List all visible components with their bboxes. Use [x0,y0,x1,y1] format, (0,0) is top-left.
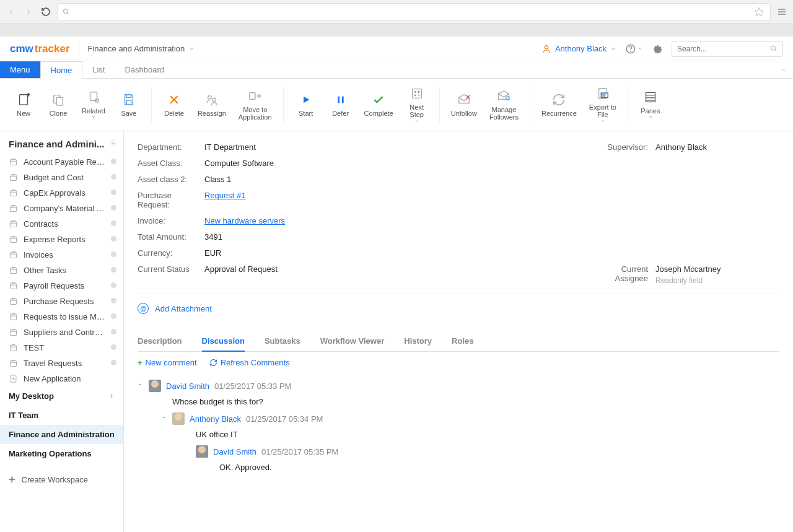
sidebar-item[interactable]: Account Payable Requ... [0,154,123,170]
browser-menu-button[interactable] [776,6,788,18]
sidebar-item[interactable]: TEST [0,340,123,355]
item-settings-button[interactable] [110,328,117,337]
ribbon-manage-followers[interactable]: Manage Followers [484,86,524,123]
tab-description[interactable]: Description [138,331,182,351]
refresh-comments-button[interactable]: Refresh Comments [209,358,290,367]
comment-author-link[interactable]: Anthony Black [190,414,241,424]
sidebar-item-label: Account Payable Requ... [24,157,105,167]
comment-author-link[interactable]: David Smith [213,447,256,456]
address-bar[interactable] [57,3,771,20]
ribbon-panes[interactable]: Panes [634,87,667,122]
forward-button[interactable] [22,6,35,18]
menu-tab[interactable]: Menu [0,61,40,78]
arrow-right-icon [24,7,33,16]
reload-button[interactable] [40,6,52,18]
arrow-left-icon [7,7,15,16]
sidebar: Finance and Admini... Account Payable Re… [0,131,124,532]
sidebar-item-label: Requests to issue Mat... [24,312,105,321]
sidebar-section-finance[interactable]: Finance and Administration [0,425,123,444]
ribbon-clone[interactable]: Clone [42,90,74,120]
item-settings-button[interactable] [110,297,117,306]
collapse-ribbon-button[interactable] [774,61,793,78]
sidebar-item[interactable]: Expense Reports [0,232,123,247]
sidebar-item[interactable]: Purchase Requests [0,294,123,309]
svg-rect-26 [342,97,344,103]
avatar[interactable] [196,445,208,458]
ribbon-new[interactable]: +New [7,90,40,120]
gear-icon [109,139,117,147]
sidebar-section-marketing[interactable]: Marketing Operations [0,444,123,463]
sidebar-item[interactable]: Payroll Requests [0,278,123,294]
avatar[interactable] [149,380,161,392]
sidebar-item[interactable]: CapEx Approvals [0,185,123,201]
sidebar-item[interactable]: Invoices [0,247,123,263]
tab-home[interactable]: Home [40,61,83,79]
add-attachment-button[interactable]: @ Add Attachment [138,303,779,314]
ribbon-defer[interactable]: Defer [325,90,357,120]
ribbon-complete[interactable]: Complete [359,90,398,120]
tab-dashboard[interactable]: Dashboard [115,61,174,78]
item-settings-button[interactable] [110,204,117,213]
ribbon-unfollow[interactable]: Unfollow [446,90,482,120]
ribbon-recurrence[interactable]: Recurrence [537,90,582,120]
sidebar-item-label: Other Tasks [24,266,105,275]
bookmark-button[interactable] [753,6,765,18]
sidebar-item[interactable]: Travel Requests [0,355,123,371]
collapse-toggle[interactable]: ⌃ [161,416,167,422]
settings-button[interactable] [652,43,663,55]
sidebar-item[interactable]: Suppliers and Contrac... [0,325,123,340]
ribbon-next-step[interactable]: Next Step [401,84,433,126]
sidebar-item[interactable]: Other Tasks [0,263,123,278]
item-settings-button[interactable] [110,188,117,198]
logo[interactable]: cmw tracker [10,43,79,55]
ribbon-export[interactable]: WExport to File [584,84,621,126]
breadcrumb[interactable]: Finance and Administration [88,44,195,53]
tab-roles[interactable]: Roles [452,331,473,351]
ribbon-save[interactable]: Save [113,90,145,120]
user-menu[interactable]: Anthony Black [541,44,616,54]
invoice-link[interactable]: New hardware servers [204,216,285,225]
sidebar-section-it-team[interactable]: IT Team [0,406,123,425]
sidebar-settings-button[interactable] [109,139,117,149]
sidebar-item[interactable]: New Application [0,371,123,386]
item-settings-button[interactable] [110,281,117,290]
item-settings-button[interactable] [110,343,117,352]
tab-list[interactable]: List [82,61,115,78]
item-settings-button[interactable] [110,235,117,244]
back-button[interactable] [5,6,17,18]
help-button[interactable] [625,43,643,55]
sidebar-item[interactable]: Budget and Cost [0,170,123,185]
avatar[interactable] [172,412,185,425]
item-settings-button[interactable] [110,312,117,321]
header-search[interactable] [672,41,783,57]
ribbon-delete[interactable]: Delete [158,90,190,120]
purchase-request-link[interactable]: Request #1 [204,191,246,209]
ribbon-move-to-app[interactable]: Move to Application [234,86,277,123]
collapse-toggle[interactable]: ⌃ [138,383,144,390]
item-settings-button[interactable] [110,219,117,229]
item-settings-button[interactable] [110,157,117,167]
sidebar-item[interactable]: Requests to issue Mat... [0,309,123,325]
sidebar-item[interactable]: Company's Material A... [0,201,123,216]
ribbon-start[interactable]: Start [290,90,322,120]
item-settings-button[interactable] [110,266,117,275]
search-icon [63,8,70,15]
create-workspace-button[interactable]: + Create Workspace [0,467,123,492]
search-input[interactable] [677,45,770,53]
tab-discussion[interactable]: Discussion [202,331,245,352]
comment-body: OK. Approved. [185,458,779,472]
field-value: Class 1 [204,175,231,184]
item-settings-button[interactable] [110,173,117,182]
tab-history[interactable]: History [404,331,432,351]
tab-subtasks[interactable]: Subtasks [265,331,300,351]
item-settings-button[interactable] [110,250,117,259]
tab-workflow-viewer[interactable]: Workflow Viewer [320,331,385,351]
comment-author-link[interactable]: David Smith [166,382,209,391]
ribbon-reassign[interactable]: Reassign [193,90,231,120]
sidebar-section-my-desktop[interactable]: My Desktop [0,386,123,406]
address-input[interactable] [74,7,749,16]
item-settings-button[interactable] [110,359,117,368]
new-comment-button[interactable]: +New comment [138,358,197,367]
sidebar-item[interactable]: Contracts [0,216,123,232]
ribbon-related[interactable]: Related [77,87,110,122]
